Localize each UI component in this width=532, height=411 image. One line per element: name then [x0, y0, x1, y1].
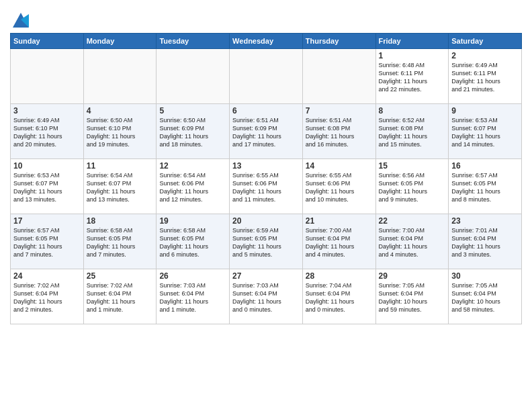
calendar-cell: 30Sunrise: 7:05 AM Sunset: 6:04 PM Dayli… — [449, 269, 522, 324]
cell-info: Sunrise: 7:00 AM Sunset: 6:04 PM Dayligh… — [379, 226, 446, 259]
cell-info: Sunrise: 6:51 AM Sunset: 6:08 PM Dayligh… — [306, 116, 373, 149]
cell-info: Sunrise: 7:05 AM Sunset: 6:04 PM Dayligh… — [451, 281, 519, 314]
cell-info: Sunrise: 6:51 AM Sunset: 6:09 PM Dayligh… — [232, 116, 300, 149]
day-number: 27 — [232, 271, 300, 281]
day-number: 9 — [451, 106, 519, 116]
calendar-cell: 27Sunrise: 7:03 AM Sunset: 6:04 PM Dayli… — [230, 269, 303, 324]
calendar-cell — [11, 49, 84, 104]
day-number: 16 — [451, 161, 519, 171]
day-number: 26 — [159, 271, 226, 281]
cell-info: Sunrise: 6:59 AM Sunset: 6:05 PM Dayligh… — [232, 226, 300, 259]
cell-info: Sunrise: 6:50 AM Sunset: 6:10 PM Dayligh… — [87, 116, 154, 149]
cell-info: Sunrise: 7:03 AM Sunset: 6:04 PM Dayligh… — [232, 281, 300, 314]
calendar-cell: 24Sunrise: 7:02 AM Sunset: 6:04 PM Dayli… — [11, 269, 84, 324]
cell-info: Sunrise: 6:49 AM Sunset: 6:11 PM Dayligh… — [451, 61, 519, 94]
calendar-cell: 3Sunrise: 6:49 AM Sunset: 6:10 PM Daylig… — [11, 104, 84, 159]
day-number: 18 — [87, 216, 154, 226]
cell-info: Sunrise: 6:55 AM Sunset: 6:06 PM Dayligh… — [232, 171, 300, 204]
cell-info: Sunrise: 6:58 AM Sunset: 6:05 PM Dayligh… — [159, 226, 226, 259]
calendar-cell — [83, 49, 157, 104]
calendar-cell: 15Sunrise: 6:56 AM Sunset: 6:05 PM Dayli… — [375, 159, 449, 214]
calendar-cell: 11Sunrise: 6:54 AM Sunset: 6:07 PM Dayli… — [83, 159, 157, 214]
day-number: 12 — [159, 161, 226, 171]
calendar-cell: 6Sunrise: 6:51 AM Sunset: 6:09 PM Daylig… — [230, 104, 303, 159]
calendar-cell: 12Sunrise: 6:54 AM Sunset: 6:06 PM Dayli… — [157, 159, 230, 214]
calendar-cell — [302, 49, 375, 104]
day-number: 1 — [379, 51, 446, 60]
calendar-cell: 5Sunrise: 6:50 AM Sunset: 6:09 PM Daylig… — [157, 104, 230, 159]
cell-info: Sunrise: 7:02 AM Sunset: 6:04 PM Dayligh… — [13, 281, 81, 314]
calendar-cell: 2Sunrise: 6:49 AM Sunset: 6:11 PM Daylig… — [449, 49, 522, 104]
calendar-cell: 13Sunrise: 6:55 AM Sunset: 6:06 PM Dayli… — [230, 159, 303, 214]
cell-info: Sunrise: 6:56 AM Sunset: 6:05 PM Dayligh… — [379, 171, 446, 204]
cell-info: Sunrise: 6:48 AM Sunset: 6:11 PM Dayligh… — [379, 61, 446, 94]
day-number: 20 — [232, 216, 300, 226]
day-number: 14 — [306, 161, 373, 171]
calendar-cell: 28Sunrise: 7:04 AM Sunset: 6:04 PM Dayli… — [302, 269, 375, 324]
calendar-cell: 25Sunrise: 7:02 AM Sunset: 6:04 PM Dayli… — [83, 269, 157, 324]
day-header: Sunday — [11, 34, 84, 49]
day-number: 29 — [379, 271, 446, 281]
calendar-cell: 4Sunrise: 6:50 AM Sunset: 6:10 PM Daylig… — [83, 104, 157, 159]
calendar-cell: 16Sunrise: 6:57 AM Sunset: 6:05 PM Dayli… — [449, 159, 522, 214]
day-number: 25 — [87, 271, 154, 281]
cell-info: Sunrise: 6:58 AM Sunset: 6:05 PM Dayligh… — [87, 226, 154, 259]
day-header: Tuesday — [157, 34, 230, 49]
calendar-cell: 1Sunrise: 6:48 AM Sunset: 6:11 PM Daylig… — [375, 49, 449, 104]
cell-info: Sunrise: 6:49 AM Sunset: 6:10 PM Dayligh… — [13, 116, 81, 149]
day-number: 28 — [306, 271, 373, 281]
day-number: 4 — [87, 106, 154, 116]
cell-info: Sunrise: 7:04 AM Sunset: 6:04 PM Dayligh… — [306, 281, 373, 314]
day-header: Saturday — [449, 34, 522, 49]
day-number: 21 — [306, 216, 373, 226]
calendar-cell: 9Sunrise: 6:53 AM Sunset: 6:07 PM Daylig… — [449, 104, 522, 159]
cell-info: Sunrise: 6:54 AM Sunset: 6:07 PM Dayligh… — [87, 171, 154, 204]
calendar-cell: 17Sunrise: 6:57 AM Sunset: 6:05 PM Dayli… — [11, 214, 84, 269]
cell-info: Sunrise: 6:55 AM Sunset: 6:06 PM Dayligh… — [306, 171, 373, 204]
calendar-cell: 21Sunrise: 7:00 AM Sunset: 6:04 PM Dayli… — [302, 214, 375, 269]
calendar-cell: 8Sunrise: 6:52 AM Sunset: 6:08 PM Daylig… — [375, 104, 449, 159]
calendar-cell: 22Sunrise: 7:00 AM Sunset: 6:04 PM Dayli… — [375, 214, 449, 269]
calendar-header: SundayMondayTuesdayWednesdayThursdayFrid… — [11, 34, 522, 49]
cell-info: Sunrise: 7:00 AM Sunset: 6:04 PM Dayligh… — [306, 226, 373, 259]
calendar-cell: 18Sunrise: 6:58 AM Sunset: 6:05 PM Dayli… — [83, 214, 157, 269]
logo — [10, 10, 30, 29]
cell-info: Sunrise: 6:57 AM Sunset: 6:05 PM Dayligh… — [13, 226, 81, 259]
cell-info: Sunrise: 7:05 AM Sunset: 6:04 PM Dayligh… — [379, 281, 446, 314]
day-number: 6 — [232, 106, 300, 116]
day-number: 13 — [232, 161, 300, 171]
day-number: 10 — [13, 161, 81, 171]
cell-info: Sunrise: 6:52 AM Sunset: 6:08 PM Dayligh… — [379, 116, 446, 149]
calendar-cell: 26Sunrise: 7:03 AM Sunset: 6:04 PM Dayli… — [157, 269, 230, 324]
day-number: 2 — [451, 51, 519, 60]
calendar-cell: 20Sunrise: 6:59 AM Sunset: 6:05 PM Dayli… — [230, 214, 303, 269]
calendar-cell — [157, 49, 230, 104]
day-header: Friday — [375, 34, 449, 49]
calendar-cell: 7Sunrise: 6:51 AM Sunset: 6:08 PM Daylig… — [302, 104, 375, 159]
day-number: 5 — [159, 106, 226, 116]
day-header: Monday — [83, 34, 157, 49]
day-number: 15 — [379, 161, 446, 171]
cell-info: Sunrise: 6:53 AM Sunset: 6:07 PM Dayligh… — [13, 171, 81, 204]
calendar-cell: 14Sunrise: 6:55 AM Sunset: 6:06 PM Dayli… — [302, 159, 375, 214]
cell-info: Sunrise: 7:02 AM Sunset: 6:04 PM Dayligh… — [87, 281, 154, 314]
day-number: 19 — [159, 216, 226, 226]
day-number: 22 — [379, 216, 446, 226]
day-number: 8 — [379, 106, 446, 116]
calendar-cell — [230, 49, 303, 104]
day-number: 24 — [13, 271, 81, 281]
cell-info: Sunrise: 6:57 AM Sunset: 6:05 PM Dayligh… — [451, 171, 519, 204]
day-number: 7 — [306, 106, 373, 116]
calendar-cell: 10Sunrise: 6:53 AM Sunset: 6:07 PM Dayli… — [11, 159, 84, 214]
calendar-table: SundayMondayTuesdayWednesdayThursdayFrid… — [10, 33, 522, 324]
calendar-cell: 29Sunrise: 7:05 AM Sunset: 6:04 PM Dayli… — [375, 269, 449, 324]
calendar-cell: 19Sunrise: 6:58 AM Sunset: 6:05 PM Dayli… — [157, 214, 230, 269]
day-number: 23 — [451, 216, 519, 226]
day-number: 11 — [87, 161, 154, 171]
day-number: 17 — [13, 216, 81, 226]
day-header: Wednesday — [230, 34, 303, 49]
cell-info: Sunrise: 7:01 AM Sunset: 6:04 PM Dayligh… — [451, 226, 519, 259]
day-number: 30 — [451, 271, 519, 281]
day-header: Thursday — [302, 34, 375, 49]
calendar-cell: 23Sunrise: 7:01 AM Sunset: 6:04 PM Dayli… — [449, 214, 522, 269]
